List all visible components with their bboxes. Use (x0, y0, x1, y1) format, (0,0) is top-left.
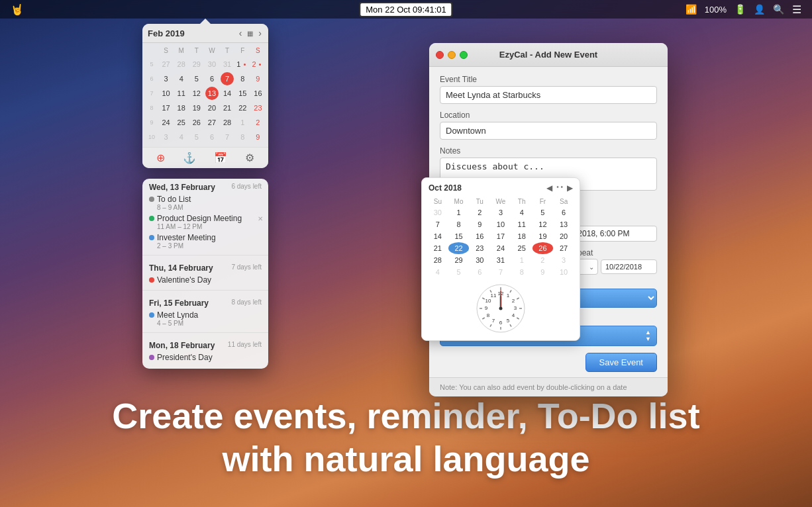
calendar-day[interactable]: 2 (251, 116, 264, 129)
calendar-day[interactable]: 6 (205, 130, 219, 144)
calendar-day[interactable]: 8 (236, 72, 249, 85)
calendar-day[interactable]: 7 (221, 72, 234, 85)
dp-cell[interactable]: 16 (469, 230, 490, 242)
dp-cell[interactable]: 17 (490, 230, 511, 242)
calendar-day[interactable]: 29 (190, 58, 203, 71)
dp-cell[interactable]: 3 (490, 207, 511, 218)
dp-cell[interactable]: 23 (469, 242, 490, 254)
dp-cell[interactable]: 5 (448, 266, 470, 278)
dp-cell[interactable]: 5 (533, 207, 554, 218)
calendar-day[interactable]: 1 (236, 116, 249, 129)
dp-cell[interactable]: 13 (553, 218, 574, 230)
calendar-day[interactable]: 9 (251, 72, 264, 85)
event-title-input[interactable] (440, 86, 657, 104)
calendar-day[interactable]: 1 (236, 58, 249, 71)
calendar-day[interactable]: 5 (190, 72, 203, 85)
calendar-day[interactable]: 6 (205, 72, 219, 85)
dp-cell[interactable]: 24 (490, 242, 511, 254)
dp-cell[interactable]: 1 (511, 254, 533, 266)
mini-cal-prev[interactable]: ‹ (238, 28, 244, 38)
dp-cell[interactable]: 18 (511, 230, 533, 242)
location-input[interactable] (440, 122, 657, 140)
settings-button[interactable]: ⚙ (245, 152, 254, 164)
mini-cal-next[interactable]: › (257, 28, 263, 38)
dp-cell[interactable]: 2 (533, 254, 554, 266)
menu-icon[interactable]: ☰ (792, 3, 801, 16)
calendar-day[interactable]: 21 (221, 101, 234, 115)
calendar-day[interactable]: 28 (221, 116, 234, 129)
event-item[interactable]: Valentine's Day (142, 274, 268, 286)
dp-cell[interactable]: 20 (553, 230, 574, 242)
calendar-day[interactable]: 4 (175, 72, 188, 85)
calendar-day[interactable]: 27 (160, 58, 173, 71)
calendar-day[interactable]: 5 (190, 130, 203, 144)
calendar-day[interactable]: 27 (205, 116, 219, 129)
calendar-day[interactable]: 20 (205, 101, 219, 115)
dp-cell[interactable]: 9 (533, 266, 554, 278)
maximize-button[interactable] (460, 51, 468, 59)
dp-cell[interactable]: 10 (553, 266, 574, 278)
dp-cell[interactable]: 9 (469, 218, 490, 230)
dp-cell[interactable]: 2 (469, 207, 490, 218)
calendar-day[interactable]: 19 (190, 101, 203, 115)
calendar-day[interactable]: 23 (251, 101, 264, 115)
calendar-day[interactable]: 12 (190, 87, 203, 100)
event-item[interactable]: Product Design Meeting11 AM – 12 PM✕ (142, 212, 268, 232)
mini-cal-grid-view[interactable]: ▦ (246, 28, 254, 38)
dp-cell[interactable]: 26 (533, 242, 554, 254)
user-icon[interactable]: 👤 (754, 4, 765, 15)
anchor-button[interactable]: ⚓ (183, 152, 196, 164)
calendar-day[interactable]: 13 (205, 87, 219, 100)
calendar-day[interactable]: 8 (236, 130, 249, 144)
event-item[interactable]: To do List8 – 9 AM (142, 193, 268, 212)
save-event-button[interactable]: Save Event (585, 353, 658, 372)
calendar-button[interactable]: 📅 (214, 152, 227, 164)
close-button[interactable] (436, 51, 444, 59)
calendar-day[interactable]: 10 (160, 87, 173, 100)
calendar-day[interactable]: 14 (221, 87, 234, 100)
calendar-day[interactable]: 15 (236, 87, 249, 100)
calendar-day[interactable]: 11 (175, 87, 188, 100)
dp-prev[interactable]: ◀ (546, 183, 552, 193)
dp-cell[interactable]: 8 (448, 218, 470, 230)
event-item[interactable]: Invester Meeting2 – 3 PM (142, 232, 268, 251)
calendar-day[interactable]: 17 (160, 101, 173, 115)
event-item[interactable]: President's Day (142, 351, 268, 363)
calendar-day[interactable]: 3 (160, 72, 173, 85)
dp-cell[interactable]: 30 (469, 254, 490, 266)
wifi-icon[interactable]: 📶 (685, 4, 697, 15)
add-event-button[interactable]: ⊕ (156, 152, 165, 164)
calendar-day[interactable]: 22 (236, 101, 249, 115)
search-icon[interactable]: 🔍 (773, 4, 784, 15)
calendar-day[interactable]: 18 (175, 101, 188, 115)
dp-cell[interactable]: 21 (427, 242, 448, 254)
dp-cell[interactable]: 25 (511, 242, 533, 254)
dp-cell[interactable]: 31 (490, 254, 511, 266)
dp-cell[interactable]: 15 (448, 230, 470, 242)
calendar-day[interactable]: 16 (251, 87, 264, 100)
calendar-day[interactable]: 28 (175, 58, 188, 71)
dp-cell[interactable]: 22 (448, 242, 470, 254)
calendar-day[interactable]: 3 (160, 130, 173, 144)
event-delete-button[interactable]: ✕ (258, 215, 263, 222)
calendar-day[interactable]: 24 (160, 116, 173, 129)
calendar-day[interactable]: 26 (190, 116, 203, 129)
calendar-day[interactable]: 30 (205, 58, 219, 71)
dp-cell[interactable]: 6 (469, 266, 490, 278)
calendar-day[interactable]: 7 (221, 130, 234, 144)
apple-icon[interactable]: 🤘 (11, 3, 24, 16)
dp-cell[interactable]: 14 (427, 230, 448, 242)
dp-cell[interactable]: 28 (427, 254, 448, 266)
event-item[interactable]: Meet Lynda4 – 5 PM (142, 309, 268, 328)
end-repeat-date[interactable]: 10/22/2018 (601, 259, 657, 274)
dp-cell[interactable]: 7 (427, 218, 448, 230)
dp-cell[interactable]: 6 (553, 207, 574, 218)
dp-cell[interactable]: 8 (511, 266, 533, 278)
dp-cell[interactable]: 7 (490, 266, 511, 278)
dp-cell[interactable]: 1 (448, 207, 470, 218)
dp-cell[interactable]: 30 (427, 207, 448, 218)
calendar-day[interactable]: 31 (221, 58, 234, 71)
calendar-day[interactable]: 2 (251, 58, 264, 71)
dp-cell[interactable]: 11 (511, 218, 533, 230)
dp-cell[interactable]: 4 (511, 207, 533, 218)
